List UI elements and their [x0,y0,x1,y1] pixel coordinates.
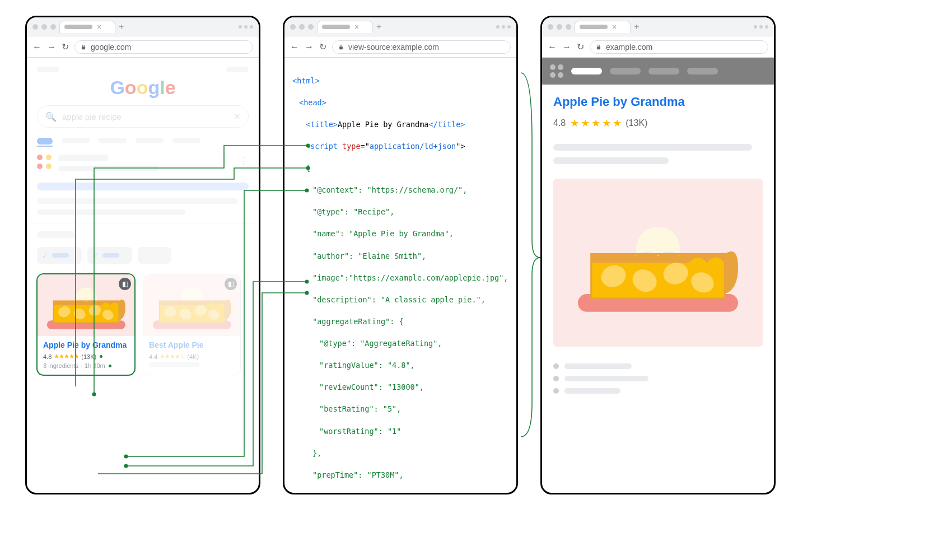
new-tab-icon[interactable]: + [634,22,639,32]
browser-tabs-row: × + [284,17,516,36]
new-tab-icon[interactable]: + [119,22,124,32]
reload-button[interactable]: ↻ [319,41,326,52]
site-header [542,58,774,85]
url-text: example.com [606,43,652,52]
list-item [553,388,763,394]
search-result[interactable]: ⋮ [37,155,249,171]
bookmark-icon[interactable]: ◧ [225,278,237,290]
recipe-rating: 4.4 ★★★★☆ (4K) [149,353,235,360]
window-menu-icon [239,25,253,29]
back-button[interactable]: ← [290,42,299,52]
bookmark-icon[interactable]: ◧ [119,278,131,290]
view-source-frame: × + ← → ↻ view-source:example.com <html>… [283,16,518,494]
url-bar[interactable]: example.com [590,40,768,54]
recipe-card[interactable]: ◧ Best Apple Pie 4.4 ★★★★☆ (4K) [143,274,241,375]
lock-icon [338,44,344,50]
tab-close-icon[interactable]: × [612,23,617,31]
url-text: google.com [91,43,131,52]
search-box[interactable]: 🔍 apple pie recipe × [37,105,249,128]
list-item [553,376,763,381]
result-favicon [37,155,53,170]
recipe-carousel: ◧ Apple Pie by Grandma 4.8 ★★★★★ (13K) 3… [37,274,249,375]
stars-icon: ★ ★ ★ ★ ★ [570,117,621,129]
search-tab[interactable] [62,138,90,143]
lock-icon [81,44,86,50]
reload-button[interactable]: ↻ [577,41,584,52]
recipe-page-body: Apple Pie by Grandma 4.8 ★ ★ ★ ★ ★ (13K) [542,85,774,410]
search-results-frame: × + ← → ↻ google.com Google 🔍 apple pie … [25,16,260,494]
reload-button[interactable]: ↻ [62,41,69,52]
more-icon[interactable]: ⋮ [239,155,249,171]
browser-nav-row: ← → ↻ view-source:example.com [284,36,516,58]
connector-dot [100,355,102,358]
recipe-page-frame: × + ← → ↻ example.com Apple Pie by Grand… [540,16,776,494]
url-bar[interactable]: view-source:example.com [332,40,511,54]
search-tab-active[interactable] [37,138,53,144]
tab-close-icon[interactable]: × [354,23,359,31]
pie-illustration [569,209,747,316]
search-results-body: Google 🔍 apple pie recipe × ⋮ [27,58,259,375]
forward-button[interactable]: → [562,42,571,52]
nav-item[interactable] [687,68,718,74]
nav-item[interactable] [610,68,641,74]
search-tabs [37,138,249,144]
nav-item[interactable] [571,68,602,74]
browser-tab[interactable]: × [575,21,631,33]
search-query: apple pie recipe [62,112,122,122]
nav-item[interactable] [648,68,679,74]
stars-icon: ★★★★★ [54,353,79,360]
search-tab[interactable] [99,138,127,143]
browser-tabs-row: × + [542,17,774,36]
recipe-image: ◧ [143,274,240,336]
recipe-card[interactable]: ◧ Apple Pie by Grandma 4.8 ★★★★★ (13K) 3… [37,274,135,375]
browser-tab[interactable]: × [59,21,115,33]
url-text: view-source:example.com [348,43,439,52]
lock-icon [596,44,601,50]
search-tab[interactable] [136,138,164,143]
recipe-hero-image [553,179,763,347]
connector-dot [109,365,111,367]
page-rating: 4.8 ★ ★ ★ ★ ★ (13K) [553,117,763,129]
tab-close-icon[interactable]: × [97,23,101,31]
browser-nav-row: ← → ↻ example.com [542,36,774,58]
forward-button[interactable]: → [47,42,56,52]
browser-tabs-row: × + [27,17,259,36]
back-button[interactable]: ← [32,42,41,52]
list-item [553,363,763,369]
recipe-rating: 4.8 ★★★★★ (13K) [43,353,129,360]
window-controls [32,24,56,30]
recipe-meta: 3 ingredients · 1h 30m [43,362,129,369]
source-code: <html> <head> <title>Apple Pie by Grandm… [284,58,516,494]
url-bar[interactable]: google.com [74,40,253,54]
forward-button[interactable]: → [305,42,314,52]
browser-tab[interactable]: × [317,21,373,33]
page-title: Apple Pie by Grandma [553,95,763,109]
recipe-image: ◧ [38,274,134,336]
browser-nav-row: ← → ↻ google.com [27,36,259,58]
search-tab[interactable] [172,138,200,143]
back-button[interactable]: ← [548,42,557,52]
new-tab-icon[interactable]: + [376,22,381,32]
clear-search-icon[interactable]: × [234,111,240,123]
pie-illustration [43,274,130,347]
google-logo: Google [37,77,249,99]
site-logo[interactable] [550,64,563,78]
search-icon: 🔍 [45,111,57,122]
